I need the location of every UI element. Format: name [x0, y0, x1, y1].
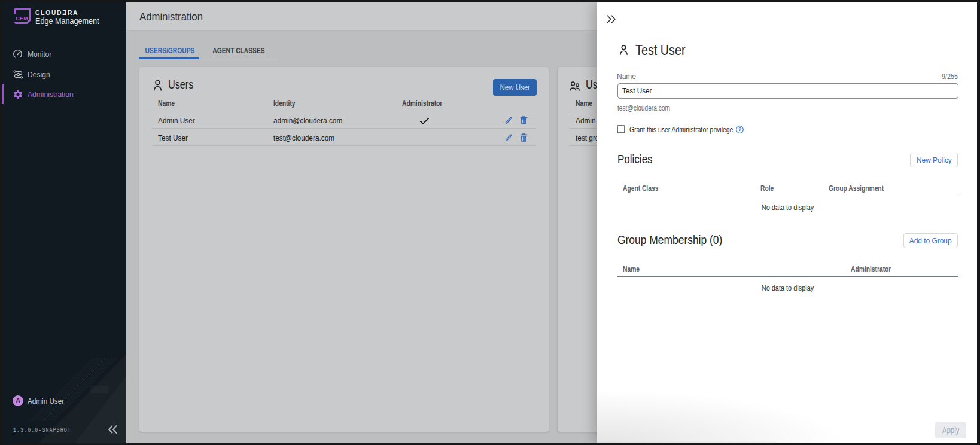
svg-text:?: ?: [738, 126, 741, 132]
svg-text:CEM: CEM: [16, 16, 28, 22]
